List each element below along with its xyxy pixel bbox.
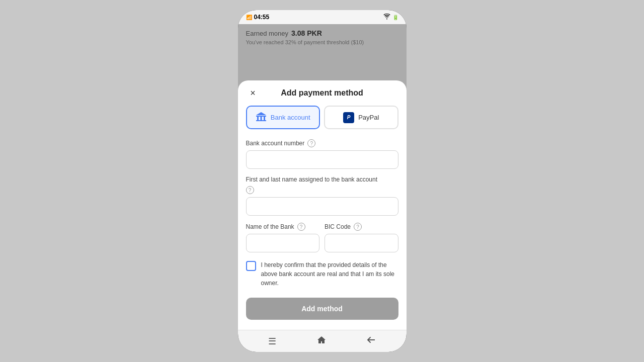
tab-paypal-label: PayPal (358, 114, 379, 121)
modal-overlay: × Add payment method (238, 24, 407, 330)
modal-header: × Add payment method (246, 88, 398, 98)
fullname-input[interactable] (246, 197, 398, 216)
bic-label: BIC Code (325, 223, 351, 230)
bic-code-col: BIC Code ? (325, 223, 398, 252)
bank-name-input[interactable] (246, 234, 320, 252)
home-nav-icon[interactable] (316, 335, 327, 347)
status-left: 📶 04:55 (246, 14, 270, 21)
phone-container: 📶 04:55 🔋 Earned money 3.08 PKR You've r… (238, 10, 407, 352)
account-number-label-row: Bank account number ? (246, 139, 398, 147)
modal: × Add payment method (238, 80, 407, 330)
status-bar: 📶 04:55 🔋 (238, 10, 407, 24)
svg-rect-3 (260, 117, 262, 120)
svg-rect-4 (264, 117, 265, 120)
bank-icon (256, 112, 267, 123)
bank-name-label: Name of the Bank (246, 223, 294, 230)
bic-label-row: BIC Code ? (325, 223, 398, 231)
add-method-button[interactable]: Add method (246, 298, 398, 320)
fullname-help-icon[interactable]: ? (246, 186, 254, 194)
fullname-label-row: First and last name assigned to the bank… (246, 176, 398, 183)
account-number-label: Bank account number (246, 140, 305, 147)
paypal-icon: P (343, 112, 354, 123)
back-nav-icon[interactable] (367, 336, 376, 346)
account-number-input[interactable] (246, 150, 398, 169)
bank-name-help-icon[interactable]: ? (297, 223, 305, 231)
confirmation-label: I hereby confirm that the provided detai… (261, 260, 398, 288)
bank-name-label-row: Name of the Bank ? (246, 223, 320, 231)
wifi-icon (383, 14, 390, 21)
bank-name-col: Name of the Bank ? (246, 223, 320, 252)
tab-bank-account[interactable]: Bank account (246, 106, 320, 129)
svg-rect-0 (256, 116, 266, 117)
close-button[interactable]: × (246, 86, 260, 100)
account-number-help-icon[interactable]: ? (307, 139, 315, 147)
confirmation-checkbox-area: I hereby confirm that the provided detai… (246, 260, 398, 288)
battery-icon: 🔋 (392, 15, 398, 20)
status-right: 🔋 (383, 14, 398, 21)
tab-bank-label: Bank account (271, 114, 310, 121)
confirmation-checkbox[interactable] (246, 261, 256, 271)
fullname-label: First and last name assigned to the bank… (246, 176, 378, 183)
bank-bic-row: Name of the Bank ? BIC Code ? (246, 223, 398, 252)
tab-paypal[interactable]: P PayPal (324, 106, 398, 129)
menu-nav-icon[interactable]: ☰ (268, 336, 276, 347)
svg-rect-2 (257, 117, 259, 120)
status-time: 04:55 (254, 14, 270, 21)
modal-title: Add payment method (281, 88, 363, 98)
bg-content: Earned money 3.08 PKR You've reached 32%… (238, 24, 407, 330)
signal-icon: 📶 (246, 15, 252, 20)
bic-code-input[interactable] (325, 234, 398, 252)
bottom-nav: ☰ (238, 330, 407, 352)
payment-tabs: Bank account P PayPal (246, 106, 398, 129)
svg-rect-1 (256, 120, 266, 121)
bic-help-icon[interactable]: ? (354, 223, 362, 231)
